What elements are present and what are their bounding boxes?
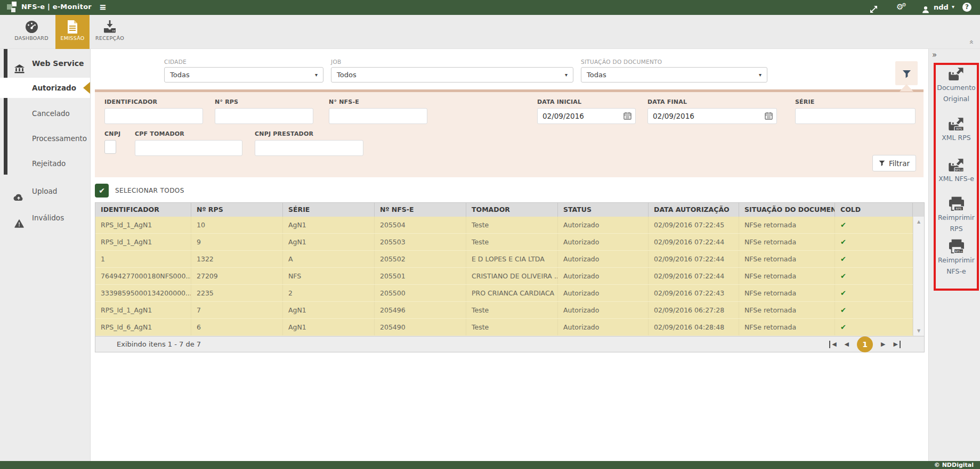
fullscreen-icon[interactable] xyxy=(870,4,878,14)
table-cell: Autorizado xyxy=(558,217,649,233)
table-cell: AgN1 xyxy=(283,217,375,233)
table-cell-cold: ✔ xyxy=(835,302,913,318)
column-header[interactable]: SÉRIE xyxy=(283,203,375,217)
table-cell: Autorizado xyxy=(558,234,649,250)
tab-emissao[interactable]: EMISSÃO xyxy=(55,15,90,49)
select-all-control[interactable]: ✔ SELECIONAR TODOS xyxy=(95,184,184,198)
table-cell: 02/09/2016 07:22:43 xyxy=(649,285,739,301)
table-row[interactable]: 11322A205502E D LOPES E CIA LTDAAutoriza… xyxy=(95,251,924,268)
identificador-input[interactable] xyxy=(104,108,203,124)
cidade-select[interactable]: CIDADE Todas ▾ xyxy=(164,59,323,83)
export-document-icon xyxy=(948,66,965,82)
funnel-icon xyxy=(879,160,885,167)
column-header[interactable]: IDENTIFICADOR xyxy=(95,203,191,217)
download-tray-icon xyxy=(103,20,117,34)
tab-dashboard[interactable]: DASHBOARD xyxy=(7,15,55,49)
last-page-button[interactable]: ▶ xyxy=(894,341,901,348)
column-header[interactable]: COLD xyxy=(835,203,913,217)
scroll-up-icon[interactable]: ▲ xyxy=(913,219,924,224)
select-all-label: SELECIONAR TODOS xyxy=(115,187,184,194)
tool-documento-original[interactable]: Documento Original xyxy=(934,66,978,104)
toolbar-collapse-icon[interactable]: » xyxy=(967,40,976,45)
tool-label: Documento xyxy=(934,82,978,93)
sidebar-item-invalidos[interactable]: Inválidos xyxy=(0,208,90,228)
next-page-button[interactable]: ▶ xyxy=(881,341,885,348)
current-page-badge[interactable]: 1 xyxy=(857,336,873,352)
select-all-checkbox[interactable]: ✔ xyxy=(95,184,109,198)
sidebar-item-cancelado[interactable]: Cancelado xyxy=(0,103,90,124)
user-caret-icon[interactable]: ▾ xyxy=(952,4,954,10)
data-final-input[interactable] xyxy=(647,108,777,124)
table-cell: 02/09/2016 07:22:44 xyxy=(649,268,739,284)
tool-xml-rps[interactable]: RPS XML RPS xyxy=(934,116,978,143)
table-cell: NFSe retornada xyxy=(739,251,835,267)
column-header[interactable]: Nº RPS xyxy=(191,203,283,217)
column-header[interactable]: Nº NFS-E xyxy=(375,203,466,217)
username-menu[interactable]: ndd xyxy=(934,3,949,11)
tool-reimprimir-nfse[interactable]: NFS-e Reimprimir NFS-e xyxy=(934,238,978,277)
table-row[interactable]: 76494277000180NFS000...27209NFS205501CRI… xyxy=(95,268,924,285)
table-cell: 2235 xyxy=(191,285,283,301)
table-header-row: IDENTIFICADORNº RPSSÉRIENº NFS-ETOMADORS… xyxy=(95,203,924,217)
vertical-scrollbar[interactable]: ▲ ▼ xyxy=(913,217,924,336)
filtrar-button[interactable]: Filtrar xyxy=(872,155,916,171)
export-xml-nfse-icon: NFS-e xyxy=(948,157,965,173)
situacao-label: SITUAÇÃO DO DOCUMENTO xyxy=(581,59,767,65)
table-cell: NFS xyxy=(283,268,375,284)
table-cell: 205501 xyxy=(375,268,466,284)
table-cell: PRO CRIANCA CARDIACA xyxy=(466,285,558,301)
filter-toggle-button[interactable] xyxy=(895,61,918,85)
sidebar-section-webservice[interactable]: Web Service xyxy=(0,53,90,73)
n-nfse-input[interactable] xyxy=(329,108,427,124)
table-row[interactable]: 33398595000134200000...22352205500PRO CR… xyxy=(95,285,924,302)
cnpj-checkbox[interactable] xyxy=(104,140,116,154)
table-cell: 02/09/2016 07:22:44 xyxy=(649,251,739,267)
tab-recepcao[interactable]: RECEPÇÃO xyxy=(90,15,130,49)
table-cell: NFSe retornada xyxy=(739,217,835,233)
column-header[interactable]: SITUAÇÃO DO DOCUMENTO xyxy=(739,203,835,217)
situacao-documento-select[interactable]: SITUAÇÃO DO DOCUMENTO Todas ▾ xyxy=(581,59,767,83)
column-header[interactable]: STATUS xyxy=(558,203,649,217)
table-cell: 33398595000134200000... xyxy=(95,285,191,301)
serie-input[interactable] xyxy=(795,108,916,124)
hamburger-menu-icon[interactable]: ≡ xyxy=(99,2,106,12)
column-header[interactable]: DATA AUTORIZAÇÃO xyxy=(649,203,739,217)
column-header[interactable]: TOMADOR xyxy=(466,203,558,217)
table-row[interactable]: RPS_Id_6_AgN16AgN1205490TesteAutorizado0… xyxy=(95,319,924,336)
sidebar-item-rejeitado[interactable]: Rejeitado xyxy=(0,153,90,174)
table-cell: RPS_Id_1_AgN1 xyxy=(95,217,191,233)
scroll-down-icon[interactable]: ▼ xyxy=(913,328,924,333)
table-row[interactable]: RPS_Id_1_AgN110AgN1205504TesteAutorizado… xyxy=(95,217,924,234)
sidebar-item-autorizado[interactable]: Autorizado xyxy=(0,78,90,98)
cnpj-prestador-input[interactable] xyxy=(255,140,363,156)
tool-reimprimir-rps[interactable]: RPS Reimprimir RPS xyxy=(934,196,978,234)
settings-gears-icon[interactable]: ⚙⚙ xyxy=(896,2,908,13)
table-cell-cold: ✔ xyxy=(835,234,913,250)
ndd-logo-icon xyxy=(6,2,18,13)
table-cell: CRISTIANO DE OLIVEIRA ... xyxy=(466,268,558,284)
user-icon[interactable] xyxy=(922,4,929,14)
tool-xml-nfse[interactable]: NFS-e XML NFS-e xyxy=(934,157,978,184)
first-page-button[interactable]: ◀ xyxy=(829,341,836,348)
table-cell-cold: ✔ xyxy=(835,268,913,284)
table-cell: 1322 xyxy=(191,251,283,267)
data-inicial-input[interactable] xyxy=(537,108,636,124)
printer-nfse-icon: NFS-e xyxy=(948,238,965,254)
situacao-value: Todas xyxy=(587,71,606,79)
table-cell: Teste xyxy=(466,234,558,250)
collapse-panel-icon[interactable]: » xyxy=(932,50,937,60)
n-rps-input[interactable] xyxy=(215,108,313,124)
dashboard-gauge-icon xyxy=(25,20,39,34)
sidebar-item-upload[interactable]: Upload xyxy=(0,181,90,201)
help-icon[interactable]: ? xyxy=(962,3,971,12)
serie-label: SÉRIE xyxy=(795,98,916,105)
table-row[interactable]: RPS_Id_1_AgN19AgN1205503TesteAutorizado0… xyxy=(95,234,924,251)
table-cell: Autorizado xyxy=(558,302,649,318)
cpf-tomador-input[interactable] xyxy=(135,140,242,156)
prev-page-button[interactable]: ◀ xyxy=(845,341,849,348)
table-row[interactable]: RPS_Id_1_AgN17AgN1205496TesteAutorizado0… xyxy=(95,302,924,319)
job-select[interactable]: JOB Todos ▾ xyxy=(331,59,573,83)
table-cell: NFSe retornada xyxy=(739,302,835,318)
table-cell: 9 xyxy=(191,234,283,250)
sidebar-item-processamento[interactable]: Processamento xyxy=(0,128,90,149)
